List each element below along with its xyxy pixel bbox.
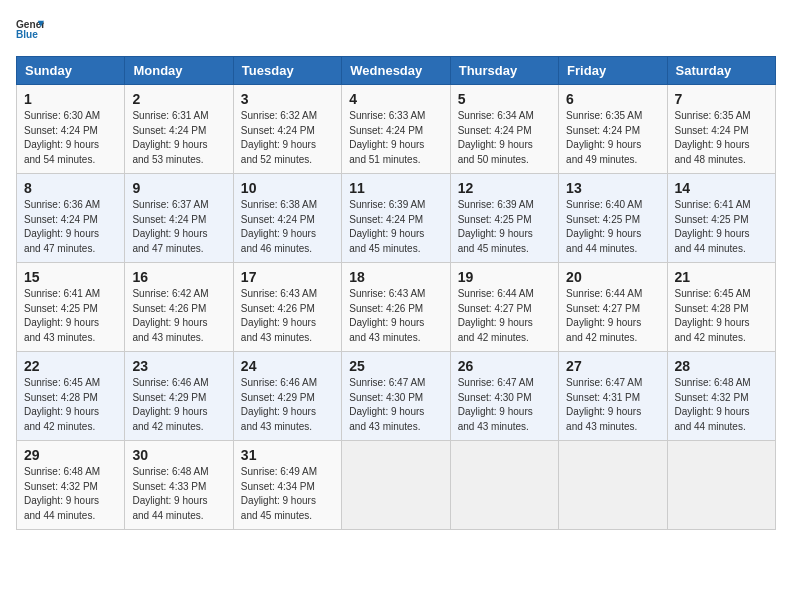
calendar-cell: 28Sunrise: 6:48 AMSunset: 4:32 PMDayligh… [667,352,775,441]
calendar-week-3: 15Sunrise: 6:41 AMSunset: 4:25 PMDayligh… [17,263,776,352]
calendar-cell: 4Sunrise: 6:33 AMSunset: 4:24 PMDaylight… [342,85,450,174]
calendar-cell [667,441,775,530]
day-info: Sunrise: 6:46 AMSunset: 4:29 PMDaylight:… [132,376,225,434]
day-info: Sunrise: 6:41 AMSunset: 4:25 PMDaylight:… [24,287,117,345]
day-number: 30 [132,447,225,463]
day-number: 11 [349,180,442,196]
calendar-cell: 24Sunrise: 6:46 AMSunset: 4:29 PMDayligh… [233,352,341,441]
calendar-cell: 15Sunrise: 6:41 AMSunset: 4:25 PMDayligh… [17,263,125,352]
day-info: Sunrise: 6:48 AMSunset: 4:32 PMDaylight:… [675,376,768,434]
day-number: 12 [458,180,551,196]
day-number: 5 [458,91,551,107]
day-number: 23 [132,358,225,374]
day-info: Sunrise: 6:39 AMSunset: 4:24 PMDaylight:… [349,198,442,256]
calendar-cell: 3Sunrise: 6:32 AMSunset: 4:24 PMDaylight… [233,85,341,174]
day-number: 17 [241,269,334,285]
day-number: 29 [24,447,117,463]
day-number: 13 [566,180,659,196]
calendar-week-5: 29Sunrise: 6:48 AMSunset: 4:32 PMDayligh… [17,441,776,530]
day-info: Sunrise: 6:30 AMSunset: 4:24 PMDaylight:… [24,109,117,167]
calendar-cell: 9Sunrise: 6:37 AMSunset: 4:24 PMDaylight… [125,174,233,263]
day-info: Sunrise: 6:45 AMSunset: 4:28 PMDaylight:… [675,287,768,345]
day-info: Sunrise: 6:46 AMSunset: 4:29 PMDaylight:… [241,376,334,434]
calendar-cell: 29Sunrise: 6:48 AMSunset: 4:32 PMDayligh… [17,441,125,530]
day-info: Sunrise: 6:48 AMSunset: 4:33 PMDaylight:… [132,465,225,523]
calendar-table: SundayMondayTuesdayWednesdayThursdayFrid… [16,56,776,530]
day-info: Sunrise: 6:39 AMSunset: 4:25 PMDaylight:… [458,198,551,256]
calendar-cell [342,441,450,530]
day-info: Sunrise: 6:43 AMSunset: 4:26 PMDaylight:… [241,287,334,345]
day-number: 6 [566,91,659,107]
day-info: Sunrise: 6:38 AMSunset: 4:24 PMDaylight:… [241,198,334,256]
calendar-body: 1Sunrise: 6:30 AMSunset: 4:24 PMDaylight… [17,85,776,530]
calendar-week-1: 1Sunrise: 6:30 AMSunset: 4:24 PMDaylight… [17,85,776,174]
day-number: 22 [24,358,117,374]
calendar-cell: 7Sunrise: 6:35 AMSunset: 4:24 PMDaylight… [667,85,775,174]
calendar-cell [450,441,558,530]
calendar-cell: 22Sunrise: 6:45 AMSunset: 4:28 PMDayligh… [17,352,125,441]
day-number: 4 [349,91,442,107]
calendar-week-4: 22Sunrise: 6:45 AMSunset: 4:28 PMDayligh… [17,352,776,441]
calendar-cell: 18Sunrise: 6:43 AMSunset: 4:26 PMDayligh… [342,263,450,352]
day-info: Sunrise: 6:47 AMSunset: 4:31 PMDaylight:… [566,376,659,434]
svg-text:Blue: Blue [16,29,38,40]
day-number: 26 [458,358,551,374]
header-tuesday: Tuesday [233,57,341,85]
day-number: 24 [241,358,334,374]
calendar-cell: 21Sunrise: 6:45 AMSunset: 4:28 PMDayligh… [667,263,775,352]
calendar-cell [559,441,667,530]
calendar-cell: 12Sunrise: 6:39 AMSunset: 4:25 PMDayligh… [450,174,558,263]
day-number: 18 [349,269,442,285]
calendar-cell: 13Sunrise: 6:40 AMSunset: 4:25 PMDayligh… [559,174,667,263]
day-info: Sunrise: 6:44 AMSunset: 4:27 PMDaylight:… [566,287,659,345]
calendar-week-2: 8Sunrise: 6:36 AMSunset: 4:24 PMDaylight… [17,174,776,263]
day-info: Sunrise: 6:40 AMSunset: 4:25 PMDaylight:… [566,198,659,256]
calendar-cell: 1Sunrise: 6:30 AMSunset: 4:24 PMDaylight… [17,85,125,174]
day-number: 27 [566,358,659,374]
day-info: Sunrise: 6:37 AMSunset: 4:24 PMDaylight:… [132,198,225,256]
day-info: Sunrise: 6:35 AMSunset: 4:24 PMDaylight:… [675,109,768,167]
day-info: Sunrise: 6:45 AMSunset: 4:28 PMDaylight:… [24,376,117,434]
day-number: 3 [241,91,334,107]
day-number: 16 [132,269,225,285]
day-number: 28 [675,358,768,374]
day-number: 8 [24,180,117,196]
calendar-cell: 14Sunrise: 6:41 AMSunset: 4:25 PMDayligh… [667,174,775,263]
day-info: Sunrise: 6:47 AMSunset: 4:30 PMDaylight:… [349,376,442,434]
day-number: 10 [241,180,334,196]
day-info: Sunrise: 6:48 AMSunset: 4:32 PMDaylight:… [24,465,117,523]
day-number: 19 [458,269,551,285]
calendar-cell: 11Sunrise: 6:39 AMSunset: 4:24 PMDayligh… [342,174,450,263]
day-number: 1 [24,91,117,107]
calendar-cell: 10Sunrise: 6:38 AMSunset: 4:24 PMDayligh… [233,174,341,263]
header-saturday: Saturday [667,57,775,85]
day-number: 21 [675,269,768,285]
calendar-cell: 6Sunrise: 6:35 AMSunset: 4:24 PMDaylight… [559,85,667,174]
calendar-cell: 30Sunrise: 6:48 AMSunset: 4:33 PMDayligh… [125,441,233,530]
day-info: Sunrise: 6:47 AMSunset: 4:30 PMDaylight:… [458,376,551,434]
calendar-cell: 17Sunrise: 6:43 AMSunset: 4:26 PMDayligh… [233,263,341,352]
day-info: Sunrise: 6:42 AMSunset: 4:26 PMDaylight:… [132,287,225,345]
calendar-cell: 5Sunrise: 6:34 AMSunset: 4:24 PMDaylight… [450,85,558,174]
calendar-cell: 8Sunrise: 6:36 AMSunset: 4:24 PMDaylight… [17,174,125,263]
day-info: Sunrise: 6:31 AMSunset: 4:24 PMDaylight:… [132,109,225,167]
page-header: General Blue [16,16,776,44]
calendar-cell: 19Sunrise: 6:44 AMSunset: 4:27 PMDayligh… [450,263,558,352]
calendar-header: SundayMondayTuesdayWednesdayThursdayFrid… [17,57,776,85]
calendar-cell: 25Sunrise: 6:47 AMSunset: 4:30 PMDayligh… [342,352,450,441]
calendar-cell: 31Sunrise: 6:49 AMSunset: 4:34 PMDayligh… [233,441,341,530]
logo-icon: General Blue [16,16,44,44]
day-number: 7 [675,91,768,107]
day-number: 20 [566,269,659,285]
header-thursday: Thursday [450,57,558,85]
day-number: 14 [675,180,768,196]
calendar-cell: 2Sunrise: 6:31 AMSunset: 4:24 PMDaylight… [125,85,233,174]
header-friday: Friday [559,57,667,85]
day-number: 31 [241,447,334,463]
day-info: Sunrise: 6:33 AMSunset: 4:24 PMDaylight:… [349,109,442,167]
day-info: Sunrise: 6:35 AMSunset: 4:24 PMDaylight:… [566,109,659,167]
header-wednesday: Wednesday [342,57,450,85]
logo: General Blue [16,16,44,44]
day-number: 2 [132,91,225,107]
day-info: Sunrise: 6:43 AMSunset: 4:26 PMDaylight:… [349,287,442,345]
